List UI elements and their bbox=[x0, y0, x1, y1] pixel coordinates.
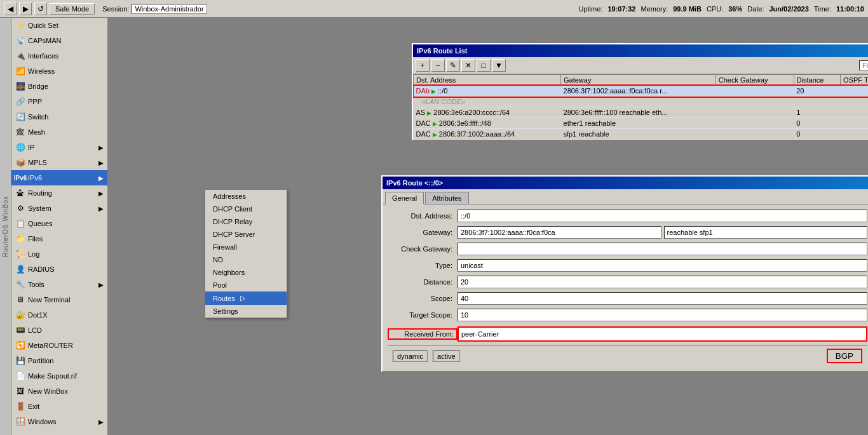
submenu-neighbors[interactable]: Neighbors bbox=[205, 266, 287, 279]
remove-button[interactable]: − bbox=[431, 59, 445, 72]
submenu-dhcp-server[interactable]: DHCP Server bbox=[205, 228, 287, 241]
add-button[interactable]: + bbox=[416, 59, 430, 72]
table-row[interactable]: AS ▶ 2806:3e6:a200:cccc::/64 2806:3e6:ff… bbox=[414, 107, 869, 118]
routeros-label: RouterOS WinBox bbox=[2, 196, 9, 257]
sidebar-item-ppp[interactable]: 🔗 PPP bbox=[11, 94, 107, 109]
tab-attributes[interactable]: Attributes bbox=[425, 192, 468, 204]
col-distance[interactable]: Distance bbox=[794, 75, 840, 86]
table-row[interactable]: DAC ▶ 2806:3e6:ffff::/48 ether1 reachabl… bbox=[414, 118, 869, 129]
sidebar-item-capsman[interactable]: 📡 CAPsMAN bbox=[11, 33, 107, 48]
col-dst-address[interactable]: Dst. Address bbox=[414, 75, 561, 86]
radius-icon: 👤 bbox=[15, 264, 25, 274]
sidebar-item-partition[interactable]: 💾 Partition bbox=[11, 353, 107, 368]
target-scope-label: Target Scope: bbox=[388, 311, 458, 319]
find-input[interactable] bbox=[859, 60, 868, 70]
sidebar-item-label: Files bbox=[28, 235, 104, 243]
dst-address-row: Dst. Address: bbox=[388, 210, 867, 222]
submenu-routes[interactable]: Routes ▷ bbox=[205, 291, 287, 305]
sidebar-item-queues[interactable]: 📋 Queues bbox=[11, 216, 107, 231]
time-label: Time: bbox=[814, 5, 831, 13]
sidebar-item-routing[interactable]: 🛣 Routing ▶ bbox=[11, 185, 107, 201]
paste-button[interactable]: □ bbox=[477, 59, 491, 72]
target-scope-row: Target Scope: bbox=[388, 309, 867, 321]
distance-label: Distance: bbox=[388, 278, 458, 286]
sidebar-item-label: PPP bbox=[28, 98, 104, 105]
table-row[interactable]: «LAN CODE» bbox=[414, 97, 869, 107]
sidebar-item-wireless[interactable]: 📶 Wireless bbox=[11, 64, 107, 79]
sidebar-item-lcd[interactable]: 📟 LCD bbox=[11, 323, 107, 338]
col-ospf-type[interactable]: OSPF Type ▼ bbox=[841, 75, 868, 86]
gateway-status-input[interactable] bbox=[664, 226, 868, 239]
sidebar-item-label: Windows bbox=[28, 418, 96, 425]
cpu-label: CPU: bbox=[707, 5, 723, 13]
route-table-container: Dst. Address Gateway Check Gateway Dista… bbox=[413, 74, 868, 140]
forward-icon[interactable]: ▶ bbox=[19, 3, 32, 15]
sidebar-item-log[interactable]: 📜 Log bbox=[11, 246, 107, 262]
check-gateway-input[interactable] bbox=[458, 243, 867, 255]
sidebar-item-quick-set[interactable]: ⚡ Quick Set bbox=[11, 18, 107, 33]
type-input[interactable] bbox=[458, 259, 867, 272]
filter-button[interactable]: ▼ bbox=[492, 59, 506, 72]
submenu-addresses[interactable]: Addresses bbox=[205, 190, 287, 203]
route-detail-titlebar: IPv6 Route <::/0> _ □ ✕ bbox=[383, 177, 868, 189]
interfaces-icon: 🔌 bbox=[15, 51, 25, 61]
sidebar-item-system[interactable]: ⚙ System ▶ bbox=[11, 201, 107, 216]
sidebar-item-windows[interactable]: 🪟 Windows ▶ bbox=[11, 414, 107, 429]
row-ospf-type bbox=[841, 129, 868, 140]
memory-value: 99.9 MiB bbox=[673, 5, 702, 13]
safe-mode-button[interactable]: Safe Mode bbox=[50, 3, 95, 15]
sidebar-item-radius[interactable]: 👤 RADIUS bbox=[11, 262, 107, 277]
sidebar-item-ipv6[interactable]: IPv6 IPv6 ▶ bbox=[11, 170, 107, 185]
table-row[interactable]: DAC ▶ 2806:3f7:1002:aaaa::/64 sfp1 reach… bbox=[414, 129, 869, 140]
sidebar-item-files[interactable]: 📁 Files bbox=[11, 231, 107, 246]
refresh-icon[interactable]: ↺ bbox=[34, 3, 47, 15]
gateway-container bbox=[458, 226, 867, 239]
submenu-nd[interactable]: ND bbox=[205, 253, 287, 266]
sidebar-item-new-terminal[interactable]: 🖥 New Terminal bbox=[11, 292, 107, 307]
new-winbox-icon: 🖼 bbox=[15, 386, 25, 396]
sidebar-item-tools[interactable]: 🔧 Tools ▶ bbox=[11, 277, 107, 292]
sidebar-item-ip[interactable]: 🌐 IP ▶ bbox=[11, 140, 107, 155]
sidebar-item-interfaces[interactable]: 🔌 Interfaces bbox=[11, 48, 107, 64]
target-scope-input[interactable] bbox=[458, 309, 867, 321]
back-icon[interactable]: ◀ bbox=[4, 3, 17, 15]
col-check-gateway[interactable]: Check Gateway bbox=[715, 75, 794, 86]
submenu-pool[interactable]: Pool bbox=[205, 279, 287, 291]
submenu-settings[interactable]: Settings bbox=[205, 305, 287, 318]
received-from-input[interactable] bbox=[459, 328, 866, 340]
col-gateway[interactable]: Gateway bbox=[561, 75, 716, 86]
sidebar-item-bridge[interactable]: 🌉 Bridge bbox=[11, 79, 107, 94]
sidebar-item-switch[interactable]: 🔄 Switch bbox=[11, 109, 107, 124]
row-dst: «LAN CODE» bbox=[414, 97, 869, 107]
distance-row: Distance: bbox=[388, 276, 867, 288]
dst-address-input[interactable] bbox=[458, 210, 867, 222]
sidebar-item-metarouter[interactable]: 🔁 MetaROUTER bbox=[11, 338, 107, 353]
uptime-value: 19:07:32 bbox=[607, 5, 635, 13]
bgp-button[interactable]: BGP bbox=[827, 349, 862, 363]
check-gateway-label: Check Gateway: bbox=[388, 245, 458, 253]
tab-general[interactable]: General bbox=[385, 192, 424, 204]
scope-input[interactable] bbox=[458, 292, 867, 305]
submenu-dhcp-relay[interactable]: DHCP Relay bbox=[205, 215, 287, 228]
windows-icon: 🪟 bbox=[15, 417, 25, 427]
sidebar-item-exit[interactable]: 🚪 Exit bbox=[11, 399, 107, 414]
sidebar-item-dot1x[interactable]: 🔐 Dot1X bbox=[11, 307, 107, 323]
sidebar-item-label: Log bbox=[28, 250, 104, 258]
submenu-dhcp-client[interactable]: DHCP Client bbox=[205, 203, 287, 215]
sidebar-item-label: Queues bbox=[28, 220, 104, 227]
mesh-icon: 🕸 bbox=[15, 127, 25, 137]
copy-button[interactable]: ✕ bbox=[461, 59, 475, 72]
sidebar-item-new-winbox[interactable]: 🖼 New WinBox bbox=[11, 384, 107, 399]
table-row[interactable]: DAb ▶ ::/0 2806:3f7:1002:aaaa::f0ca:f0ca… bbox=[414, 86, 869, 97]
scope-row: Scope: bbox=[388, 292, 867, 305]
sidebar-item-mesh[interactable]: 🕸 Mesh bbox=[11, 124, 107, 140]
dst-address-label: Dst. Address: bbox=[388, 212, 458, 220]
edit-button[interactable]: ✎ bbox=[446, 59, 460, 72]
submenu-firewall[interactable]: Firewall bbox=[205, 241, 287, 253]
distance-input[interactable] bbox=[458, 276, 867, 288]
sidebar-item-mpls[interactable]: 📦 MPLS ▶ bbox=[11, 155, 107, 170]
sidebar-item-make-supout[interactable]: 📄 Make Supout.rif bbox=[11, 368, 107, 384]
main-layout: RouterOS WinBox ⚡ Quick Set 📡 CAPsMAN 🔌 … bbox=[0, 18, 868, 435]
gateway-input[interactable] bbox=[458, 226, 661, 239]
sidebar-item-label: New WinBox bbox=[28, 387, 104, 395]
